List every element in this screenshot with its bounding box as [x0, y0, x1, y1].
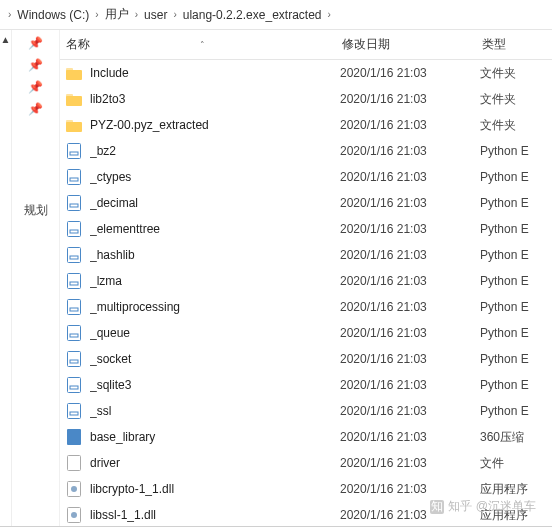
file-name: _decimal: [90, 196, 340, 210]
file-type: Python E: [480, 300, 552, 314]
file-row[interactable]: _bz22020/1/16 21:03Python E: [60, 138, 552, 164]
svg-point-36: [71, 512, 77, 518]
file-row[interactable]: _queue2020/1/16 21:03Python E: [60, 320, 552, 346]
file-date: 2020/1/16 21:03: [340, 144, 480, 158]
file-date: 2020/1/16 21:03: [340, 482, 480, 496]
file-row[interactable]: lib2to32020/1/16 21:03文件夹: [60, 86, 552, 112]
folder-icon: [66, 91, 82, 107]
file-type: 应用程序: [480, 507, 552, 524]
py-icon: [66, 299, 82, 315]
py-icon: [66, 403, 82, 419]
folder-icon: [66, 117, 82, 133]
pin-icon[interactable]: 📌: [26, 34, 46, 52]
svg-rect-27: [70, 412, 78, 415]
file-date: 2020/1/16 21:03: [340, 404, 480, 418]
svg-rect-8: [68, 170, 81, 185]
file-type: Python E: [480, 144, 552, 158]
file-date: 2020/1/16 21:03: [340, 430, 480, 444]
sort-indicator-icon: ˄: [200, 40, 205, 50]
file-date: 2020/1/16 21:03: [340, 508, 480, 522]
file-name: _elementtree: [90, 222, 340, 236]
file-name: lib2to3: [90, 92, 340, 106]
column-header-name[interactable]: 名称 ˄: [66, 36, 342, 53]
svg-rect-12: [68, 222, 81, 237]
file-row[interactable]: PYZ-00.pyz_extracted2020/1/16 21:03文件夹: [60, 112, 552, 138]
svg-rect-24: [68, 378, 81, 393]
file-type: 360压缩: [480, 429, 552, 446]
svg-rect-3: [66, 96, 82, 106]
file-type: Python E: [480, 404, 552, 418]
file-date: 2020/1/16 21:03: [340, 378, 480, 392]
file-name: _ssl: [90, 404, 340, 418]
py-icon: [66, 221, 82, 237]
svg-rect-14: [68, 248, 81, 263]
file-date: 2020/1/16 21:03: [340, 170, 480, 184]
dll-icon: [66, 507, 82, 523]
column-header-date[interactable]: 修改日期: [342, 36, 482, 53]
file-row[interactable]: _socket2020/1/16 21:03Python E: [60, 346, 552, 372]
file-name: libcrypto-1_1.dll: [90, 482, 340, 496]
file-row[interactable]: libcrypto-1_1.dll2020/1/16 21:03应用程序: [60, 476, 552, 502]
svg-rect-17: [70, 282, 78, 285]
svg-rect-30: [74, 433, 76, 435]
file-list: 名称 ˄ 修改日期 类型 Include2020/1/16 21:03文件夹li…: [60, 30, 552, 527]
breadcrumb[interactable]: › Windows (C:) › 用户 › user › ulang-0.2.2…: [0, 0, 552, 30]
file-type: Python E: [480, 352, 552, 366]
file-row[interactable]: _sqlite32020/1/16 21:03Python E: [60, 372, 552, 398]
file-date: 2020/1/16 21:03: [340, 352, 480, 366]
file-row[interactable]: _elementtree2020/1/16 21:03Python E: [60, 216, 552, 242]
file-name: _bz2: [90, 144, 340, 158]
pin-icon[interactable]: 📌: [26, 56, 46, 74]
file-date: 2020/1/16 21:03: [340, 300, 480, 314]
svg-rect-20: [68, 326, 81, 341]
file-type: Python E: [480, 274, 552, 288]
column-header-row: 名称 ˄ 修改日期 类型: [60, 30, 552, 60]
file-date: 2020/1/16 21:03: [340, 326, 480, 340]
chevron-right-icon: ›: [4, 9, 15, 20]
file-name: PYZ-00.pyz_extracted: [90, 118, 340, 132]
file-type: Python E: [480, 326, 552, 340]
svg-rect-32: [68, 456, 81, 471]
svg-rect-6: [68, 144, 81, 159]
breadcrumb-item[interactable]: ulang-0.2.2.exe_extracted: [181, 8, 324, 22]
file-row[interactable]: _decimal2020/1/16 21:03Python E: [60, 190, 552, 216]
svg-rect-29: [72, 431, 74, 433]
folder-icon: [66, 65, 82, 81]
svg-rect-26: [68, 404, 81, 419]
chevron-right-icon: ›: [131, 9, 142, 20]
py-icon: [66, 273, 82, 289]
file-row[interactable]: _ctypes2020/1/16 21:03Python E: [60, 164, 552, 190]
file-name: _queue: [90, 326, 340, 340]
file-name: _hashlib: [90, 248, 340, 262]
file-date: 2020/1/16 21:03: [340, 456, 480, 470]
file-row[interactable]: _ssl2020/1/16 21:03Python E: [60, 398, 552, 424]
file-row[interactable]: libssl-1_1.dll2020/1/16 21:03应用程序: [60, 502, 552, 526]
pin-icon[interactable]: 📌: [26, 100, 46, 118]
file-row[interactable]: Include2020/1/16 21:03文件夹: [60, 60, 552, 86]
file-type: Python E: [480, 378, 552, 392]
breadcrumb-item[interactable]: 用户: [103, 6, 131, 23]
file-row[interactable]: _lzma2020/1/16 21:03Python E: [60, 268, 552, 294]
py-icon: [66, 351, 82, 367]
sidebar: 📌 📌 📌 📌 规划: [12, 30, 60, 527]
column-header-type[interactable]: 类型: [482, 36, 552, 53]
svg-rect-19: [70, 308, 78, 311]
svg-rect-23: [70, 360, 78, 363]
chevron-up-icon[interactable]: ▲: [1, 34, 11, 45]
zip-icon: [66, 429, 82, 445]
svg-rect-22: [68, 352, 81, 367]
breadcrumb-item[interactable]: Windows (C:): [15, 8, 91, 22]
svg-rect-25: [70, 386, 78, 389]
file-type: Python E: [480, 248, 552, 262]
breadcrumb-item[interactable]: user: [142, 8, 169, 22]
file-date: 2020/1/16 21:03: [340, 274, 480, 288]
file-row[interactable]: base_library2020/1/16 21:03360压缩: [60, 424, 552, 450]
file-type: Python E: [480, 196, 552, 210]
svg-rect-7: [70, 152, 78, 155]
file-row[interactable]: _hashlib2020/1/16 21:03Python E: [60, 242, 552, 268]
pin-icon[interactable]: 📌: [26, 78, 46, 96]
svg-rect-10: [68, 196, 81, 211]
file-type: Python E: [480, 170, 552, 184]
file-row[interactable]: driver2020/1/16 21:03文件: [60, 450, 552, 476]
file-row[interactable]: _multiprocessing2020/1/16 21:03Python E: [60, 294, 552, 320]
